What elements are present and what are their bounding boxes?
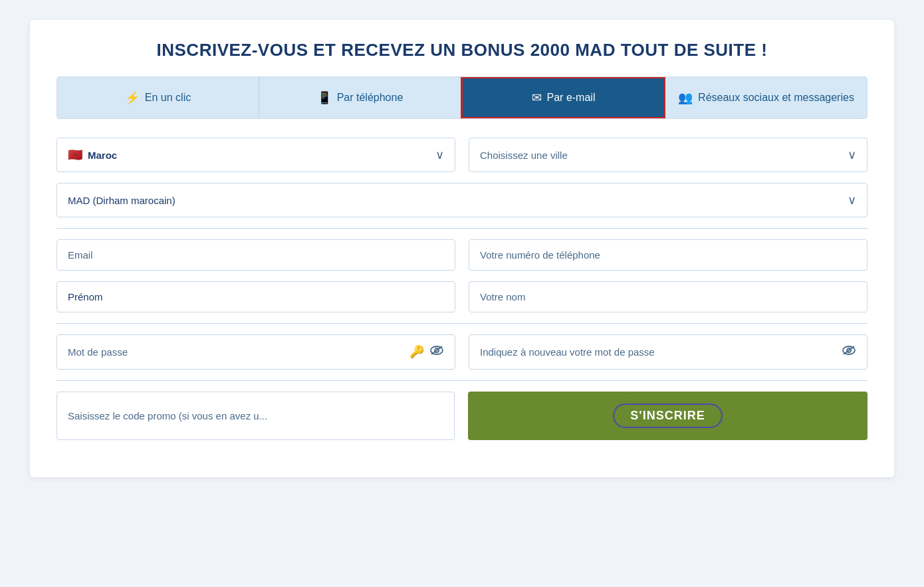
registration-container: INSCRIVEZ-VOUS ET RECEVEZ UN BONUS 2000 … (30, 20, 894, 477)
confirm-eye-slash-icon[interactable] (842, 344, 856, 360)
lastname-field[interactable]: Votre nom (469, 281, 867, 312)
currency-select[interactable]: MAD (Dirham marocain) ∨ (57, 183, 867, 217)
email-phone-row: Email Votre numéro de téléphone (57, 239, 867, 271)
email-field[interactable]: Email (57, 239, 455, 271)
divider-2 (57, 323, 867, 324)
morocco-flag: 🇲🇦 (68, 148, 82, 162)
tab-reseaux-sociaux[interactable]: 👥 Réseaux sociaux et messageries (665, 77, 867, 118)
password-icons: 🔑 (409, 344, 444, 360)
users-icon: 👥 (678, 90, 693, 105)
tab-par-telephone[interactable]: 📱 Par téléphone (259, 77, 461, 118)
promo-submit-row: Saisissez le code promo (si vous en avez… (57, 392, 867, 440)
password-field[interactable]: Mot de passe 🔑 (57, 334, 455, 370)
key-icon: 🔑 (409, 344, 424, 360)
email-tab-icon: ✉ (532, 90, 542, 105)
divider-3 (57, 380, 867, 381)
name-row: Prénom Votre nom (57, 281, 867, 312)
divider-1 (57, 228, 867, 229)
currency-row: MAD (Dirham marocain) ∨ (57, 183, 867, 217)
eye-slash-icon[interactable] (429, 344, 444, 360)
country-chevron: ∨ (435, 148, 444, 162)
registration-tabs: ⚡ En un clic 📱 Par téléphone ✉ Par e-mai… (57, 76, 867, 119)
country-select[interactable]: 🇲🇦 Maroc ∨ (57, 138, 455, 172)
bolt-icon: ⚡ (125, 90, 140, 105)
password-row: Mot de passe 🔑 Indiquez à nouveau votre … (57, 334, 867, 370)
country-city-row: 🇲🇦 Maroc ∨ Choisissez une ville ∨ (57, 138, 867, 172)
page-title: INSCRIVEZ-VOUS ET RECEVEZ UN BONUS 2000 … (57, 40, 867, 60)
firstname-field[interactable]: Prénom (57, 281, 455, 312)
phone-icon: 📱 (317, 90, 332, 105)
city-select[interactable]: Choisissez une ville ∨ (469, 138, 867, 172)
registration-form: 🇲🇦 Maroc ∨ Choisissez une ville ∨ MAD (D… (57, 138, 867, 440)
phone-field[interactable]: Votre numéro de téléphone (469, 239, 867, 271)
confirm-password-icons (842, 344, 856, 360)
submit-button[interactable]: S'INSCRIRE (468, 392, 867, 440)
promo-field[interactable]: Saisissez le code promo (si vous en avez… (57, 392, 455, 440)
tab-par-email[interactable]: ✉ Par e-mail (461, 76, 666, 119)
city-chevron: ∨ (848, 148, 856, 162)
confirm-password-field[interactable]: Indiquez à nouveau votre mot de passe (469, 334, 867, 370)
tab-en-un-clic[interactable]: ⚡ En un clic (57, 77, 259, 118)
currency-chevron: ∨ (848, 193, 856, 207)
